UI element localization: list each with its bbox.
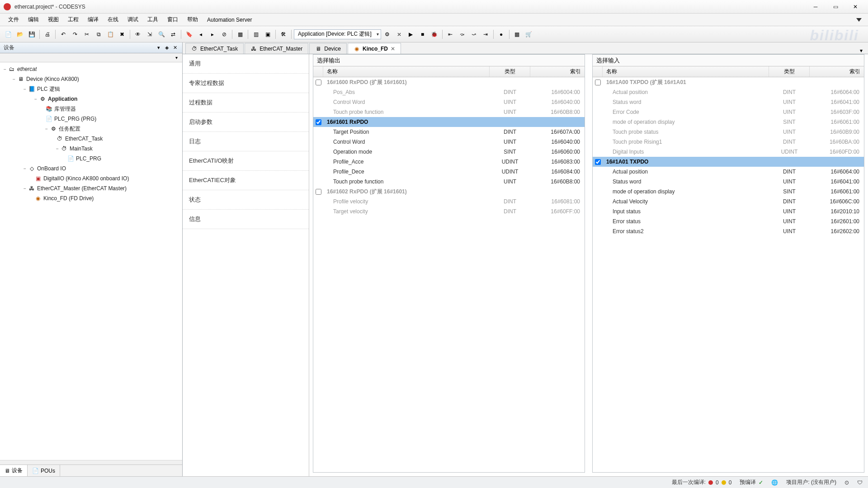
input-col-index[interactable]: 索引 bbox=[810, 66, 864, 77]
bookmark-clear-icon[interactable]: ⊘ bbox=[219, 29, 230, 40]
input-col-type[interactable]: 类型 bbox=[769, 66, 810, 77]
devices-tab[interactable]: 🖥设备 bbox=[0, 465, 28, 476]
input-grid[interactable]: 16#1A00 TXPDO (扩展 16#1A01Actual position… bbox=[593, 77, 864, 472]
output-col-name[interactable]: 名称 bbox=[323, 66, 490, 77]
pdo-group-row[interactable]: 16#1A01 TXPDO bbox=[593, 157, 864, 167]
nav-general[interactable]: 通用 bbox=[183, 54, 309, 74]
tree-plc-prg-pou[interactable]: 📄PLC_PRG (PRG) bbox=[0, 114, 182, 124]
tree-ethercat-task[interactable]: ⏱EtherCAT_Task bbox=[0, 134, 182, 144]
tab-kinco-fd[interactable]: ◉Kinco_FD✕ bbox=[348, 43, 401, 54]
nav-status[interactable]: 状态 bbox=[183, 190, 309, 210]
menu-view[interactable]: 视图 bbox=[43, 14, 63, 25]
find-all-icon[interactable]: 🔍 bbox=[156, 29, 167, 40]
tree-ethercat-master[interactable]: −🖧EtherCAT_Master (EtherCAT Master) bbox=[0, 183, 182, 193]
pdo-group-row[interactable]: 16#1601 RxPDO bbox=[313, 117, 585, 127]
pdo-entry-row[interactable]: Pos_AbsDINT16#6004:00 bbox=[313, 87, 585, 97]
tree-root[interactable]: −🗂ethercat bbox=[0, 64, 182, 74]
tree-plc-logic[interactable]: −📘PLC 逻辑 bbox=[0, 84, 182, 94]
pdo-checkbox[interactable] bbox=[316, 80, 321, 85]
cut-icon[interactable]: ✂ bbox=[81, 29, 92, 40]
pdo-entry-row[interactable]: Error statusUINT16#2601:00 bbox=[593, 216, 864, 226]
pdo-entry-row[interactable]: Control WordUINT16#6040:00 bbox=[313, 137, 585, 147]
pdo-entry-row[interactable]: Target PositionDINT16#607A:00 bbox=[313, 127, 585, 137]
tab-device[interactable]: 🖥Device bbox=[309, 43, 347, 54]
debug-icon[interactable]: 🐞 bbox=[429, 29, 440, 40]
pdo-checkbox[interactable] bbox=[316, 119, 321, 125]
pdo-checkbox[interactable] bbox=[316, 189, 321, 195]
active-application-combo[interactable]: Application [Device: PLC 逻辑] bbox=[294, 29, 381, 39]
menu-file[interactable]: 文件 bbox=[4, 14, 24, 25]
menu-window[interactable]: 窗口 bbox=[163, 14, 183, 25]
print-icon[interactable]: 🖨 bbox=[42, 29, 53, 40]
pdo-group-row[interactable]: 16#1A00 TXPDO (扩展 16#1A01 bbox=[593, 77, 864, 87]
tree-task-config[interactable]: −⚙任务配置 bbox=[0, 124, 182, 134]
pdo-entry-row[interactable]: Profile_DeceUDINT16#6084:00 bbox=[313, 167, 585, 177]
nav-io-mapping[interactable]: EtherCATI/O映射 bbox=[183, 151, 309, 171]
menu-tools[interactable]: 工具 bbox=[143, 14, 163, 25]
nav-log[interactable]: 日志 bbox=[183, 132, 309, 151]
stop-icon[interactable]: ■ bbox=[417, 29, 428, 40]
menu-project[interactable]: 工程 bbox=[63, 14, 83, 25]
input-col-name[interactable]: 名称 bbox=[603, 66, 769, 77]
pdo-entry-row[interactable]: Status wordUINT16#6041:00 bbox=[593, 97, 864, 107]
pdo-entry-row[interactable]: Actual positionDINT16#6064:00 bbox=[593, 167, 864, 177]
menu-build[interactable]: 编译 bbox=[83, 14, 103, 25]
new-icon[interactable]: 📄 bbox=[3, 29, 14, 40]
run-to-cursor-icon[interactable]: ⇥ bbox=[480, 29, 491, 40]
pdo-entry-row[interactable]: Touch probe functionUINT16#60B8:00 bbox=[313, 107, 585, 117]
output-col-index[interactable]: 索引 bbox=[530, 66, 585, 77]
panel-dropdown-icon[interactable]: ▾ bbox=[155, 44, 162, 52]
pdo-entry-row[interactable]: Control WordUINT16#6040:00 bbox=[313, 97, 585, 107]
start-icon[interactable]: ▶ bbox=[406, 29, 416, 40]
redo-icon[interactable]: ↷ bbox=[70, 29, 80, 40]
nav-process-data[interactable]: 过程数据 bbox=[183, 93, 309, 113]
pdo-entry-row[interactable]: Touch probe Rising1DINT16#60BA:00 bbox=[593, 137, 864, 147]
replace-icon[interactable]: ⇄ bbox=[168, 29, 179, 40]
pdo-group-row[interactable]: 16#1602 RxPDO (扩展 16#1601) bbox=[313, 187, 585, 197]
maximize-button[interactable]: ▭ bbox=[826, 1, 844, 12]
panel-pin-icon[interactable]: ◈ bbox=[163, 44, 170, 52]
login-icon[interactable]: ⚙ bbox=[382, 29, 393, 40]
menu-online[interactable]: 在线 bbox=[103, 14, 123, 25]
pdo-entry-row[interactable]: Actual VelocityDINT16#606C:00 bbox=[593, 197, 864, 206]
menu-automation-server[interactable]: Automation Server bbox=[203, 15, 256, 25]
output-grid[interactable]: 16#1600 RxPDO (扩展 16#1601)Pos_AbsDINT16#… bbox=[313, 77, 585, 472]
save-icon[interactable]: 💾 bbox=[26, 29, 37, 40]
pdo-entry-row[interactable]: Digital InputsUDINT16#60FD:00 bbox=[593, 147, 864, 157]
tree-device[interactable]: −🖥Device (Kinco AK800) bbox=[0, 74, 182, 84]
tree-lib-manager[interactable]: 📚库管理器 bbox=[0, 104, 182, 114]
tree-digital-io[interactable]: ▣DigitalIO (Kinco AK800 onboard IO) bbox=[0, 174, 182, 183]
close-button[interactable]: ✕ bbox=[846, 1, 864, 12]
pdo-entry-row[interactable]: Operation modeSINT16#6060:00 bbox=[313, 147, 585, 157]
pdo-entry-row[interactable]: Profile_AcceUDINT16#6083:00 bbox=[313, 157, 585, 167]
nav-startup-params[interactable]: 启动参数 bbox=[183, 113, 309, 132]
tree-kinco-fd[interactable]: ◉Kinco_FD (FD Drive) bbox=[0, 193, 182, 203]
menu-debug[interactable]: 调试 bbox=[123, 14, 143, 25]
nav-iec-objects[interactable]: EtherCATIEC对象 bbox=[183, 171, 309, 190]
bookmark-next-icon[interactable]: ▸ bbox=[207, 29, 218, 40]
tab-ethercat-master[interactable]: 🖧EtherCAT_Master bbox=[245, 43, 308, 54]
delete-icon[interactable]: ✖ bbox=[117, 29, 127, 40]
new-pou-icon[interactable]: ▥ bbox=[250, 29, 261, 40]
panel-close-icon[interactable]: ✕ bbox=[171, 44, 179, 52]
logout-icon[interactable]: ⤫ bbox=[394, 29, 405, 40]
pdo-entry-row[interactable]: Touch probe functionUINT16#60B8:00 bbox=[313, 177, 585, 187]
output-col-type[interactable]: 类型 bbox=[490, 66, 530, 77]
pdo-entry-row[interactable]: Error status2UINT16#2602:00 bbox=[593, 226, 864, 236]
box-select-icon[interactable]: ▦ bbox=[235, 29, 245, 40]
build-icon[interactable]: 🛠 bbox=[278, 29, 289, 40]
bookmark-prev-icon[interactable]: ◂ bbox=[195, 29, 206, 40]
find-icon[interactable]: 👁 bbox=[132, 29, 143, 40]
find-next-icon[interactable]: ⇲ bbox=[144, 29, 155, 40]
tree-onboard-io[interactable]: −◇OnBoard IO bbox=[0, 164, 182, 174]
undo-icon[interactable]: ↶ bbox=[58, 29, 69, 40]
copy-icon[interactable]: ⧉ bbox=[93, 29, 104, 40]
tree-dropdown-icon[interactable]: ▾ bbox=[172, 55, 180, 60]
step-over-icon[interactable]: ⤼ bbox=[457, 29, 467, 40]
tree-application[interactable]: −⚙Application bbox=[0, 94, 182, 104]
new-du-icon[interactable]: ▣ bbox=[262, 29, 273, 40]
tool-b-icon[interactable]: 🛒 bbox=[524, 29, 534, 40]
tabs-overflow-icon[interactable]: ▾ bbox=[857, 47, 865, 54]
menu-overflow-icon[interactable] bbox=[856, 18, 862, 22]
pdo-entry-row[interactable]: Target velocityDINT16#60FF:00 bbox=[313, 206, 585, 216]
